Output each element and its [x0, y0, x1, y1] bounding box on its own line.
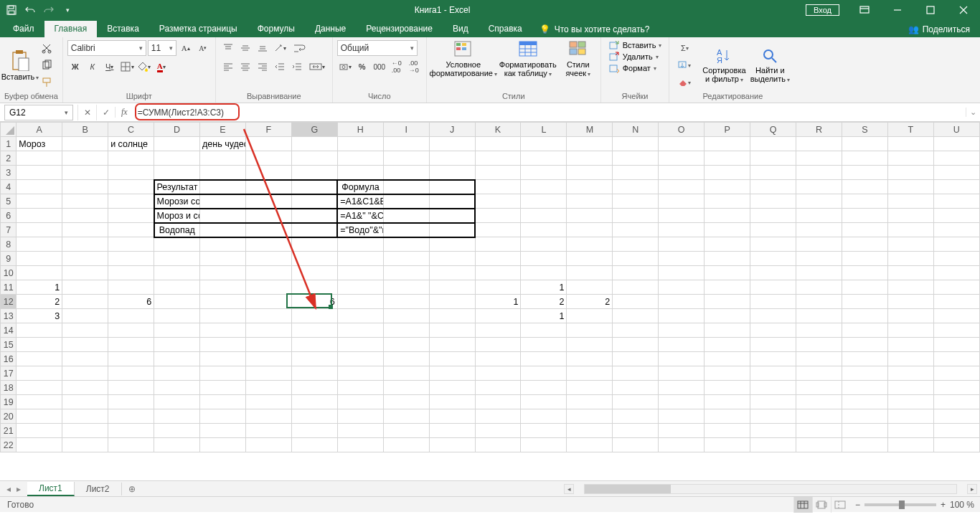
cell-J10[interactable]	[429, 266, 475, 280]
cell-O14[interactable]	[659, 323, 705, 338]
cell-M5[interactable]	[567, 194, 613, 209]
cell-G13[interactable]	[291, 309, 337, 323]
cell-F3[interactable]	[245, 166, 291, 180]
cell-N5[interactable]	[613, 194, 659, 209]
cell-Q1[interactable]	[750, 137, 796, 151]
cell-U16[interactable]	[933, 352, 979, 366]
cell-B4[interactable]	[62, 180, 108, 194]
cell-Q5[interactable]	[750, 194, 796, 209]
cell-J14[interactable]	[429, 323, 475, 338]
view-page-layout-button[interactable]	[812, 497, 831, 513]
cell-F15[interactable]	[245, 338, 291, 352]
cell-A18[interactable]	[17, 381, 62, 395]
cell-G21[interactable]	[291, 424, 337, 438]
enter-formula-button[interactable]: ✓	[96, 105, 115, 120]
cell-A5[interactable]	[17, 194, 62, 209]
cell-D13[interactable]	[154, 309, 200, 323]
cell-I2[interactable]	[383, 151, 429, 166]
cell-E9[interactable]	[200, 252, 246, 266]
cell-F6[interactable]	[245, 209, 291, 223]
cell-J6[interactable]	[429, 209, 475, 223]
cell-H12[interactable]	[337, 295, 383, 309]
cell-H17[interactable]	[337, 366, 383, 381]
cell-L9[interactable]	[521, 252, 567, 266]
cell-I18[interactable]	[383, 381, 429, 395]
cell-P10[interactable]	[705, 266, 750, 280]
cell-D15[interactable]	[154, 338, 200, 352]
cell-K9[interactable]	[475, 252, 521, 266]
cell-F13[interactable]	[245, 309, 291, 323]
cell-E15[interactable]	[200, 338, 246, 352]
cell-P17[interactable]	[705, 366, 750, 381]
cell-N18[interactable]	[613, 381, 659, 395]
cell-H5[interactable]: =A1&C1&E1	[337, 194, 383, 209]
cell-S10[interactable]	[842, 266, 887, 280]
cell-O3[interactable]	[659, 166, 705, 180]
cell-C3[interactable]	[108, 166, 154, 180]
cell-Q7[interactable]	[750, 223, 796, 237]
cell-H19[interactable]	[337, 395, 383, 409]
cell-D3[interactable]	[154, 166, 200, 180]
cell-B10[interactable]	[62, 266, 108, 280]
cell-M1[interactable]	[567, 137, 613, 151]
cell-J11[interactable]	[429, 280, 475, 295]
cell-U22[interactable]	[933, 438, 979, 452]
cell-B20[interactable]	[62, 409, 108, 424]
cell-U10[interactable]	[933, 266, 979, 280]
cell-L13[interactable]: 1	[521, 309, 567, 323]
cell-D22[interactable]	[154, 438, 200, 452]
cell-N6[interactable]	[613, 209, 659, 223]
cell-G5[interactable]	[291, 194, 337, 209]
copy-button[interactable]	[39, 57, 55, 73]
cell-G3[interactable]	[291, 166, 337, 180]
cell-F1[interactable]	[245, 137, 291, 151]
cell-K21[interactable]	[475, 424, 521, 438]
cell-K17[interactable]	[475, 366, 521, 381]
increase-decimal-button[interactable]: ←0.00	[389, 59, 405, 75]
number-format-combo[interactable]: Общий▾	[337, 40, 418, 56]
cell-O5[interactable]	[659, 194, 705, 209]
cell-J8[interactable]	[429, 237, 475, 252]
bold-button[interactable]: Ж	[67, 59, 83, 75]
cell-O20[interactable]	[659, 409, 705, 424]
cell-Q15[interactable]	[750, 338, 796, 352]
cell-G10[interactable]	[291, 266, 337, 280]
cell-J7[interactable]	[429, 223, 475, 237]
cell-L15[interactable]	[521, 338, 567, 352]
cell-H10[interactable]	[337, 266, 383, 280]
cell-T8[interactable]	[887, 237, 933, 252]
cell-F11[interactable]	[245, 280, 291, 295]
cell-K20[interactable]	[475, 409, 521, 424]
cell-D18[interactable]	[154, 381, 200, 395]
cell-T2[interactable]	[887, 151, 933, 166]
cell-L8[interactable]	[521, 237, 567, 252]
cell-R14[interactable]	[796, 323, 842, 338]
col-header-I[interactable]: I	[383, 123, 429, 137]
row-header-11[interactable]: 11	[1, 280, 17, 295]
cell-B5[interactable]	[62, 194, 108, 209]
cell-U19[interactable]	[933, 395, 979, 409]
cell-K11[interactable]	[475, 280, 521, 295]
cell-A2[interactable]	[17, 151, 62, 166]
cell-P15[interactable]	[705, 338, 750, 352]
cell-S4[interactable]	[842, 180, 887, 194]
format-cells-button[interactable]: Формат	[606, 63, 665, 73]
cell-A8[interactable]	[17, 237, 62, 252]
cell-Q9[interactable]	[750, 252, 796, 266]
ribbon-display-icon[interactable]	[848, 0, 881, 20]
cell-U2[interactable]	[933, 151, 979, 166]
find-select-button[interactable]: Найти и выделить	[748, 47, 791, 84]
cell-I12[interactable]	[383, 295, 429, 309]
cell-G6[interactable]	[291, 209, 337, 223]
cell-N22[interactable]	[613, 438, 659, 452]
cell-E12[interactable]	[200, 295, 246, 309]
conditional-formatting-button[interactable]: Условное форматирование	[431, 40, 496, 78]
cell-S1[interactable]	[842, 137, 887, 151]
cell-L21[interactable]	[521, 424, 567, 438]
cell-C18[interactable]	[108, 381, 154, 395]
increase-font-button[interactable]: A▴	[178, 40, 194, 56]
cell-L10[interactable]	[521, 266, 567, 280]
cell-J1[interactable]	[429, 137, 475, 151]
cell-O10[interactable]	[659, 266, 705, 280]
cell-G15[interactable]	[291, 338, 337, 352]
